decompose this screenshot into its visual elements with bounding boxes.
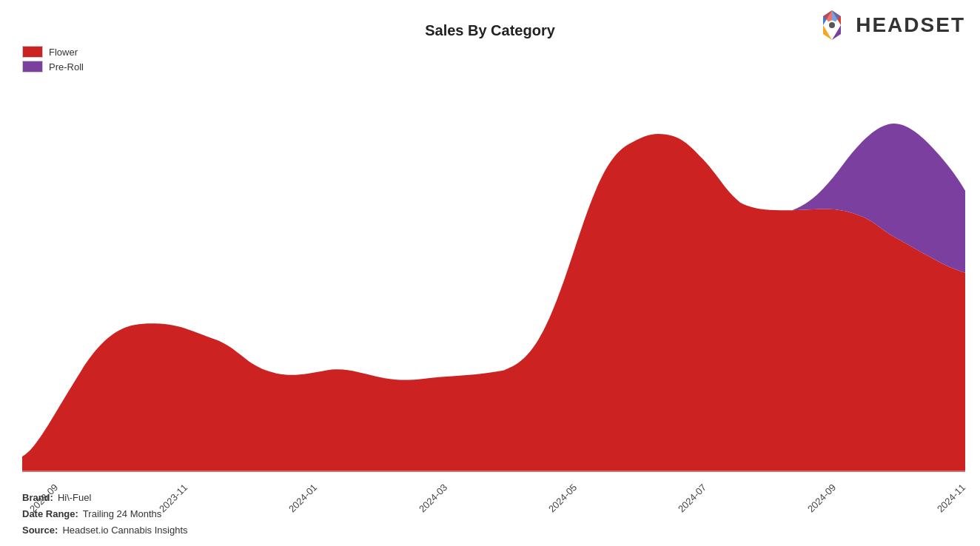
header-logo: HEADSET — [814, 7, 965, 43]
flower-area — [22, 134, 965, 472]
x-label-6: 2024-09 — [805, 482, 838, 514]
svg-point-7 — [829, 22, 835, 28]
legend-item-flower: Flower — [22, 46, 84, 58]
flower-swatch — [22, 46, 43, 58]
flower-label: Flower — [49, 47, 78, 58]
preroll-swatch — [22, 61, 43, 73]
x-label-7: 2024-11 — [935, 482, 967, 514]
chart-container: HEADSET Sales By Category Flower Pre-Rol… — [0, 0, 980, 546]
date-range-row: Date Range: Trailing 24 Months — [22, 506, 188, 522]
legend-item-preroll: Pre-Roll — [22, 61, 84, 73]
chart-area — [22, 81, 965, 472]
source-label: Source: — [22, 522, 58, 539]
metadata-section: Brand: Hi\-Fuel Date Range: Trailing 24 … — [22, 490, 188, 539]
brand-value: Hi\-Fuel — [58, 490, 92, 506]
source-value: Headset.io Cannabis Insights — [62, 522, 187, 539]
x-label-3: 2024-03 — [417, 482, 449, 514]
x-label-4: 2024-05 — [546, 482, 579, 514]
date-range-label: Date Range: — [22, 506, 78, 522]
brand-label: Brand: — [22, 490, 53, 506]
logo-text: HEADSET — [856, 13, 965, 37]
headset-logo-icon — [814, 7, 850, 43]
preroll-label: Pre-Roll — [49, 61, 84, 73]
source-row: Source: Headset.io Cannabis Insights — [22, 522, 188, 539]
chart-svg — [22, 81, 965, 472]
brand-row: Brand: Hi\-Fuel — [22, 490, 188, 506]
chart-legend: Flower Pre-Roll — [22, 46, 84, 73]
x-label-2: 2024-01 — [286, 482, 319, 514]
date-range-value: Trailing 24 Months — [83, 506, 161, 522]
x-label-5: 2024-07 — [676, 482, 708, 514]
